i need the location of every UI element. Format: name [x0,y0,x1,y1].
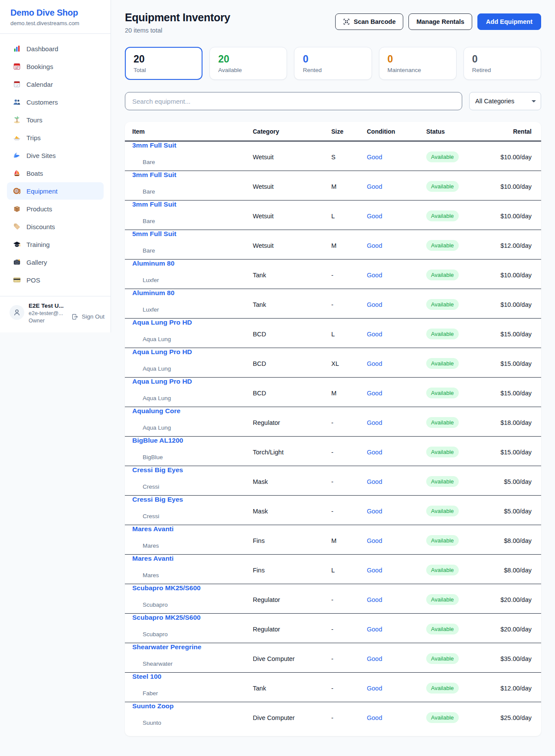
item-name-link[interactable]: Aluminum 80 [132,289,253,297]
category-cell: BCD [253,390,331,397]
sidebar-item-trips[interactable]: Trips [7,129,104,146]
item-name-link[interactable]: 3mm Full Suit [132,171,253,179]
status-cell: Available [426,151,500,162]
item-brand: Suunto [132,712,253,733]
item-name-link[interactable]: Aqualung Core [132,407,253,415]
category-cell: Tank [253,301,331,308]
size-cell: XL [331,360,367,367]
condition-link[interactable]: Good [367,154,426,161]
item-name-link[interactable]: Aqua Lung Pro HD [132,348,253,356]
category-cell: Wetsuit [253,242,331,249]
item-name-link[interactable]: 3mm Full Suit [132,201,253,208]
item-name-link[interactable]: Cressi Big Eyes [132,466,253,474]
status-cell: Available [426,270,500,280]
sidebar-item-products[interactable]: Products [7,200,104,217]
condition-link[interactable]: Good [367,685,426,692]
sidebar-item-discounts[interactable]: Discounts [7,218,104,235]
item-name-link[interactable]: Shearwater Peregrine [132,643,253,651]
stat-card-total[interactable]: 20 Total [125,47,202,80]
table-row: Aqua Lung Pro HD Aqua Lung BCD M Good Av… [125,378,541,407]
sidebar-item-dive-sites[interactable]: Dive Sites [7,147,104,164]
table-row: Steel 100 Faber Tank - Good Available $1… [125,673,541,702]
column-header-item: Item [132,128,253,135]
condition-link[interactable]: Good [367,183,426,190]
item-name-link[interactable]: Mares Avanti [132,525,253,533]
sidebar-item-equipment[interactable]: Equipment [7,182,104,200]
condition-link[interactable]: Good [367,272,426,279]
add-equipment-button[interactable]: Add Equipment [477,13,541,30]
item-name-link[interactable]: 3mm Full Suit [132,141,253,149]
condition-link[interactable]: Good [367,213,426,220]
item-name-link[interactable]: Scubapro MK25/S600 [132,614,253,621]
condition-link[interactable]: Good [367,331,426,338]
stat-card-rented[interactable]: 0 Rented [294,47,372,80]
status-badge: Available [426,388,459,398]
condition-link[interactable]: Good [367,449,426,456]
category-cell: Torch/Light [253,449,331,456]
sidebar-item-boats[interactable]: Boats [7,164,104,182]
category-cell: Tank [253,272,331,279]
item-name-link[interactable]: BigBlue AL1200 [132,437,253,444]
sidebar-item-label: Equipment [26,187,58,195]
sidebar-item-calendar[interactable]: Calendar [7,76,104,93]
condition-link[interactable]: Good [367,301,426,308]
sidebar-item-gallery[interactable]: Gallery [7,253,104,271]
status-badge: Available [426,506,459,516]
item-name-link[interactable]: Aqua Lung Pro HD [132,319,253,326]
sign-out-button[interactable]: Sign Out [72,302,104,324]
condition-link[interactable]: Good [367,419,426,426]
item-name-link[interactable]: Aqua Lung Pro HD [132,378,253,385]
sidebar-item-dashboard[interactable]: Dashboard [7,40,104,57]
scan-barcode-button[interactable]: Scan Barcode [335,13,404,30]
condition-link[interactable]: Good [367,655,426,662]
condition-link[interactable]: Good [367,714,426,721]
condition-link[interactable]: Good [367,242,426,249]
item-cell: Aluminum 80 Luxfer [132,260,253,290]
size-cell: - [331,508,367,515]
item-name-link[interactable]: Mares Avanti [132,555,253,562]
condition-link[interactable]: Good [367,390,426,397]
item-brand: Shearwater [132,653,253,674]
item-name-link[interactable]: Suunto Zoop [132,702,253,710]
stat-card-available[interactable]: 20 Available [209,47,287,80]
condition-link[interactable]: Good [367,626,426,633]
search-input[interactable] [125,92,462,110]
condition-link[interactable]: Good [367,508,426,515]
item-cell: Steel 100 Faber [132,673,253,703]
stat-card-maintenance[interactable]: 0 Maintenance [379,47,457,80]
item-name-link[interactable]: Aluminum 80 [132,260,253,267]
status-cell: Available [426,388,500,398]
condition-link[interactable]: Good [367,596,426,603]
category-select[interactable]: All Categories [469,92,541,110]
category-cell: Wetsuit [253,183,331,190]
item-name-link[interactable]: Cressi Big Eyes [132,496,253,503]
condition-link[interactable]: Good [367,478,426,485]
stat-card-retired[interactable]: 0 Retired [464,47,541,80]
condition-link[interactable]: Good [367,567,426,574]
bookings-icon: 17 [13,62,21,70]
category-cell: Mask [253,508,331,515]
sidebar-item-training[interactable]: Training [7,236,104,253]
condition-link[interactable]: Good [367,537,426,544]
sidebar-item-tours[interactable]: Tours [7,111,104,128]
sidebar-item-bookings[interactable]: 17 Bookings [7,58,104,75]
size-cell: M [331,183,367,190]
stat-value: 20 [218,53,278,65]
table-row: Cressi Big Eyes Cressi Mask - Good Avail… [125,466,541,496]
status-cell: Available [426,683,500,694]
user-role: Owner [29,318,67,324]
table-row: 3mm Full Suit Bare Wetsuit M Good Availa… [125,171,541,201]
manage-rentals-button[interactable]: Manage Rentals [408,13,472,30]
item-name-link[interactable]: 5mm Full Suit [132,230,253,238]
condition-link[interactable]: Good [367,360,426,367]
page-title: Equipment Inventory [125,11,230,24]
stat-value: 0 [388,53,448,65]
sidebar-item-customers[interactable]: Customers [7,93,104,111]
sidebar-item-pos[interactable]: POS [7,271,104,289]
item-name-link[interactable]: Steel 100 [132,673,253,680]
stat-label: Maintenance [388,67,448,73]
item-cell: Aqua Lung Pro HD Aqua Lung [132,378,253,408]
table-row: Scubapro MK25/S600 Scubapro Regulator - … [125,614,541,643]
item-brand: Luxfer [132,269,253,290]
item-name-link[interactable]: Scubapro MK25/S600 [132,584,253,592]
